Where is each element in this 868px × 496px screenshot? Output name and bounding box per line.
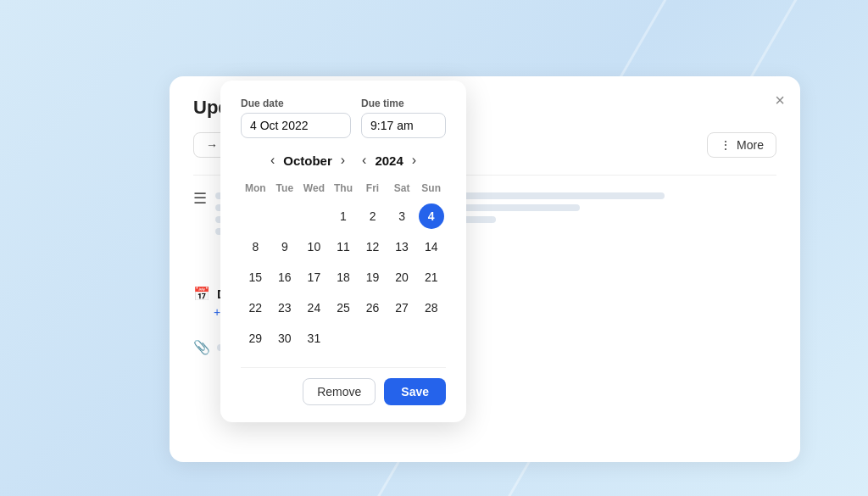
due-time-field: Due time — [361, 98, 446, 138]
calendar-day-cell: 19 — [358, 262, 387, 293]
date-time-row: Due date Due time — [241, 98, 446, 138]
more-button[interactable]: ⋮ More — [707, 132, 776, 158]
calendar-day-cell — [270, 201, 300, 231]
day-13[interactable]: 13 — [389, 234, 415, 259]
remove-button[interactable]: Remove — [303, 378, 376, 405]
due-time-field-label: Due time — [361, 98, 446, 109]
calendar-week-row: 15161718192021 — [241, 262, 446, 293]
calendar-week-row: 22232425262728 — [241, 293, 446, 323]
calendar-day-cell: 29 — [241, 323, 270, 354]
calendar-day-cell: 9 — [270, 231, 300, 262]
calendar-week-row: 1234 — [241, 201, 446, 231]
calendar-day-cell: 22 — [241, 293, 270, 323]
calendar-icon: 📅 — [193, 286, 210, 302]
calendar-day-cell: 14 — [416, 231, 446, 262]
day-20[interactable]: 20 — [389, 265, 415, 290]
calendar-day-cell — [416, 323, 446, 354]
calendar-day-cell: 21 — [416, 262, 446, 293]
more-label: More — [737, 138, 764, 152]
calendar-day-cell: 12 — [358, 231, 387, 262]
due-time-input[interactable] — [361, 113, 446, 138]
day-12[interactable]: 12 — [360, 234, 386, 259]
align-left-icon: ☰ — [193, 189, 207, 208]
day-31[interactable]: 31 — [301, 326, 326, 351]
weekday-sat: Sat — [387, 179, 417, 201]
day-27[interactable]: 27 — [389, 295, 415, 320]
calendar-popup: Due date Due time ‹ October › ‹ 2024 › M… — [220, 81, 466, 422]
month-label: October — [283, 153, 332, 168]
calendar-day-cell — [299, 201, 329, 231]
day-23[interactable]: 23 — [272, 295, 298, 320]
calendar-week-row: 891011121314 — [241, 231, 446, 262]
day-16[interactable]: 16 — [272, 265, 298, 290]
calendar-day-cell: 2 — [358, 201, 387, 231]
calendar-day-cell: 3 — [387, 201, 417, 231]
day-17[interactable]: 17 — [301, 265, 326, 290]
save-button[interactable]: Save — [384, 378, 446, 405]
year-label: 2024 — [375, 153, 403, 168]
due-date-field-label: Due date — [241, 98, 351, 109]
paperclip-icon: 📎 — [193, 339, 210, 355]
calendar-day-cell — [358, 323, 387, 354]
weekday-thu: Thu — [329, 179, 359, 201]
next-month-button[interactable]: › — [336, 152, 350, 169]
day-8[interactable]: 8 — [242, 234, 268, 259]
calendar-day-cell: 27 — [387, 293, 417, 323]
weekday-tue: Tue — [270, 179, 300, 201]
day-1[interactable]: 1 — [331, 203, 356, 229]
calendar-day-cell: 4 — [416, 201, 446, 231]
due-date-field: Due date — [241, 98, 351, 138]
day-10[interactable]: 10 — [301, 234, 326, 259]
calendar-day-cell: 8 — [241, 231, 270, 262]
calendar-nav: ‹ October › ‹ 2024 › — [241, 152, 446, 169]
weekday-mon: Mon — [241, 179, 270, 201]
day-29[interactable]: 29 — [242, 326, 268, 351]
calendar-day-cell: 15 — [241, 262, 270, 293]
day-4[interactable]: 4 — [419, 203, 444, 229]
next-year-button[interactable]: › — [407, 152, 421, 169]
calendar-day-cell: 26 — [358, 293, 387, 323]
prev-month-button[interactable]: ‹ — [265, 152, 280, 169]
calendar-day-cell: 25 — [329, 293, 359, 323]
day-30[interactable]: 30 — [272, 326, 298, 351]
day-25[interactable]: 25 — [331, 295, 356, 320]
day-2[interactable]: 2 — [360, 203, 386, 229]
calendar-day-cell: 30 — [270, 323, 300, 354]
calendar-day-cell — [329, 323, 359, 354]
prev-year-button[interactable]: ‹ — [357, 152, 371, 169]
weekday-wed: Wed — [299, 179, 329, 201]
weekday-row: Mon Tue Wed Thu Fri Sat Sun — [241, 179, 446, 201]
calendar-day-cell: 20 — [387, 262, 417, 293]
day-14[interactable]: 14 — [419, 234, 444, 259]
calendar-day-cell: 11 — [329, 231, 359, 262]
day-11[interactable]: 11 — [331, 234, 356, 259]
calendar-day-cell: 31 — [299, 323, 329, 354]
calendar-grid: Mon Tue Wed Thu Fri Sat Sun 123489101112… — [241, 179, 446, 354]
day-28[interactable]: 28 — [419, 295, 444, 320]
day-22[interactable]: 22 — [242, 295, 268, 320]
close-button[interactable]: × — [775, 92, 785, 109]
calendar-day-cell: 1 — [329, 201, 359, 231]
calendar-day-cell: 23 — [270, 293, 300, 323]
day-19[interactable]: 19 — [360, 265, 386, 290]
due-date-input[interactable] — [241, 113, 351, 138]
day-3[interactable]: 3 — [389, 203, 415, 229]
day-15[interactable]: 15 — [242, 265, 268, 290]
day-18[interactable]: 18 — [331, 265, 356, 290]
weekday-sun: Sun — [416, 179, 446, 201]
calendar-day-cell — [387, 323, 417, 354]
calendar-actions: Remove Save — [241, 367, 446, 405]
calendar-week-row: 293031 — [241, 323, 446, 354]
calendar-day-cell — [241, 201, 270, 231]
calendar-day-cell: 10 — [299, 231, 329, 262]
arrow-right-icon: → — [206, 138, 218, 152]
day-21[interactable]: 21 — [419, 265, 444, 290]
calendar-day-cell: 28 — [416, 293, 446, 323]
day-26[interactable]: 26 — [360, 295, 386, 320]
day-24[interactable]: 24 — [301, 295, 326, 320]
calendar-day-cell: 24 — [299, 293, 329, 323]
calendar-day-cell: 18 — [329, 262, 359, 293]
calendar-day-cell: 17 — [299, 262, 329, 293]
day-9[interactable]: 9 — [272, 234, 298, 259]
calendar-day-cell: 16 — [270, 262, 300, 293]
